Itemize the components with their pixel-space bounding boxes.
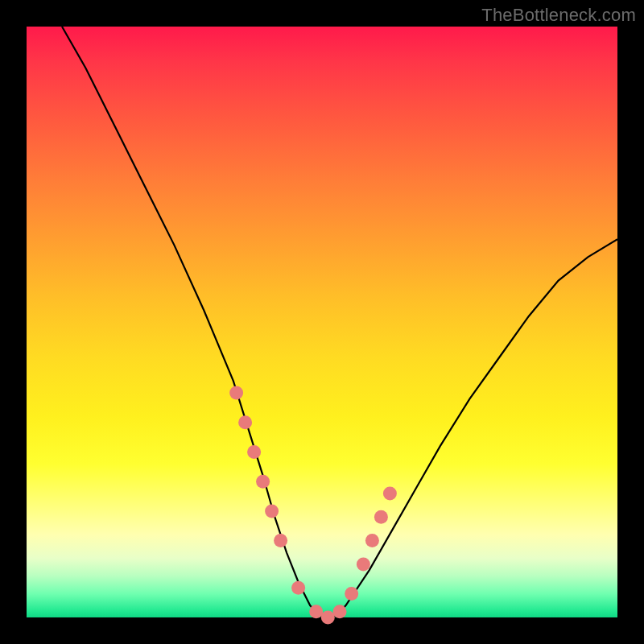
marker-dot (238, 415, 252, 429)
marker-dot (365, 534, 379, 547)
marker-dot (256, 475, 270, 489)
marker-dot (291, 581, 305, 595)
chart-svg (27, 27, 617, 617)
watermark-text: TheBottleneck.com (481, 5, 636, 26)
marker-dot (247, 445, 261, 459)
marker-dot (333, 605, 347, 618)
marker-dot (274, 534, 287, 547)
bottleneck-curve (62, 27, 617, 617)
marker-dot (309, 605, 323, 618)
highlight-markers (229, 386, 397, 625)
marker-dot (374, 510, 388, 524)
marker-dot (383, 486, 397, 500)
marker-dot (357, 557, 370, 571)
marker-dot (265, 504, 279, 518)
marker-dot (229, 386, 243, 400)
marker-dot (345, 587, 358, 601)
marker-dot (321, 611, 335, 625)
